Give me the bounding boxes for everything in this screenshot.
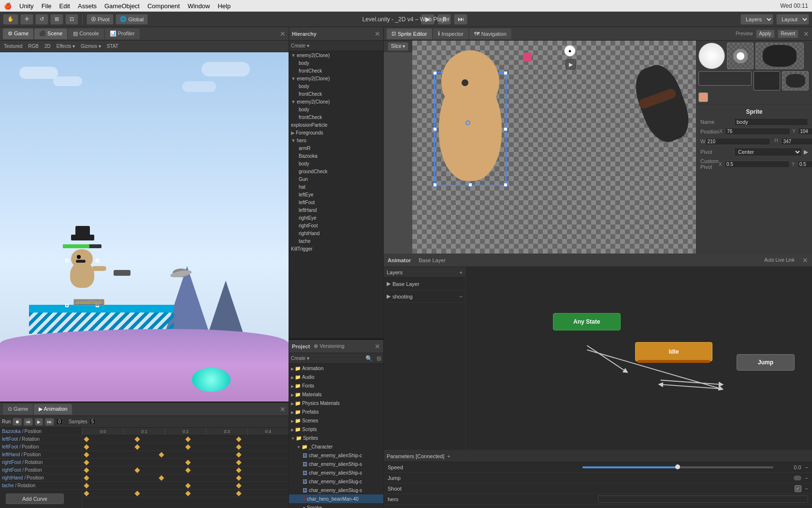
gizmos-btn[interactable]: Gizmos ▾ bbox=[79, 44, 103, 49]
layers-plus-btn[interactable]: + bbox=[460, 269, 463, 275]
sel-handle-mr[interactable] bbox=[504, 127, 508, 131]
hier-body-3[interactable]: body bbox=[289, 105, 383, 113]
param-jump-minus[interactable]: − bbox=[805, 475, 808, 481]
layer-base[interactable]: ▶ Base Layer bbox=[384, 278, 465, 290]
preview-arrow-btn[interactable]: ▶ bbox=[566, 59, 576, 70]
stat-btn[interactable]: STAT bbox=[105, 44, 120, 49]
project-close[interactable]: ✕ bbox=[375, 343, 380, 350]
cpivot-x-input[interactable] bbox=[725, 161, 790, 168]
track-rightfoot-rot[interactable]: rightFoot / Rotation bbox=[0, 459, 82, 466]
pivot-expand[interactable]: ▶ bbox=[804, 149, 808, 155]
menu-window[interactable]: Window bbox=[188, 2, 210, 10]
anim-play-btn[interactable]: ▶ bbox=[35, 418, 43, 426]
pos-y-input[interactable] bbox=[798, 128, 812, 135]
layout-dropdown[interactable]: Layout bbox=[776, 14, 809, 25]
proj-alienship1[interactable]: 🖼char_enemy_alienShip-c bbox=[289, 451, 383, 460]
param-shoot-minus[interactable]: − bbox=[805, 486, 808, 492]
sel-handle-bm[interactable] bbox=[468, 183, 472, 187]
layer-shooting-minus[interactable]: − bbox=[460, 294, 463, 299]
step-btn[interactable]: ⏭ bbox=[454, 14, 467, 25]
track-rightfoot-pos[interactable]: rightFoot / Position bbox=[0, 466, 82, 474]
rotate-tool[interactable]: ↺ bbox=[35, 14, 48, 25]
track-leftfoot-pos[interactable]: leftFoot / Position bbox=[0, 443, 82, 451]
proj-alienslug2[interactable]: 🖼char_enemy_alienSlug-s bbox=[289, 486, 383, 494]
anim-prev-btn[interactable]: ⏮ bbox=[24, 418, 33, 426]
hand-tool[interactable]: ✋ bbox=[3, 14, 18, 25]
tab-sprite-editor[interactable]: ⊡ Sprite Editor bbox=[387, 29, 432, 39]
hier-righteye[interactable]: rightEye bbox=[289, 214, 383, 222]
hier-enemy2-1[interactable]: ▼enemy2(Clone) bbox=[289, 51, 383, 59]
hier-frontcheck-2[interactable]: frontCheck bbox=[289, 90, 383, 98]
hierarchy-content[interactable]: ▼enemy2(Clone) body frontCheck ▼enemy2(C… bbox=[289, 51, 383, 339]
sel-handle-br[interactable] bbox=[504, 183, 508, 187]
params-plus-btn[interactable]: + bbox=[447, 453, 450, 459]
layers-dropdown[interactable]: Layers bbox=[740, 14, 773, 25]
sel-handle-ml[interactable] bbox=[433, 127, 437, 131]
menu-edit[interactable]: Edit bbox=[59, 2, 70, 10]
thumb-white-circle[interactable] bbox=[698, 43, 725, 69]
hier-armR[interactable]: armR bbox=[289, 144, 383, 152]
track-leftfoot-rot[interactable]: leftFoot / Rotation bbox=[0, 435, 82, 443]
proj-fonts[interactable]: 📁Fonts bbox=[289, 381, 383, 390]
width-input[interactable] bbox=[705, 138, 770, 145]
hier-enemy2-3[interactable]: ▼enemy2(Clone) bbox=[289, 98, 383, 105]
hier-body-2[interactable]: body bbox=[289, 82, 383, 90]
tab-profiler[interactable]: 📊 Profiler bbox=[105, 29, 140, 39]
rgb-btn[interactable]: RGB bbox=[26, 44, 41, 49]
speed-slider[interactable] bbox=[582, 466, 773, 468]
menu-gameobject[interactable]: GameObject bbox=[104, 2, 140, 10]
hierarchy-create-btn[interactable]: Create ▾ bbox=[291, 43, 309, 48]
hierarchy-close[interactable]: ✕ bbox=[375, 30, 380, 38]
slice-btn[interactable]: Slice ▾ bbox=[388, 42, 408, 51]
pause-btn[interactable]: ⏸ bbox=[437, 14, 451, 25]
menu-assets[interactable]: Assets bbox=[78, 2, 97, 10]
add-curve-btn[interactable]: Add Curve bbox=[6, 493, 64, 504]
hier-body-hero[interactable]: body bbox=[289, 160, 383, 167]
scale-tool[interactable]: ⊞ bbox=[50, 14, 63, 25]
animator-main[interactable]: Any State Idle Jump bbox=[466, 267, 812, 450]
project-versioning-tab[interactable]: ⊕ Versioning bbox=[314, 343, 344, 349]
track-righthand-pos[interactable]: rightHand / Position bbox=[0, 474, 82, 482]
hier-hero[interactable]: ▼hero bbox=[289, 136, 383, 144]
scene-canvas[interactable]: groundCheck bbox=[0, 52, 289, 402]
anim-record-btn[interactable]: ⏺ bbox=[13, 418, 22, 426]
thumb-eye[interactable] bbox=[727, 43, 754, 69]
cpivot-y-input[interactable] bbox=[798, 161, 812, 168]
param-jump-toggle[interactable] bbox=[794, 476, 801, 480]
tab-console[interactable]: ▤ Console bbox=[68, 29, 103, 39]
speed-slider-thumb[interactable] bbox=[675, 464, 680, 469]
animator-close[interactable]: ✕ bbox=[802, 256, 808, 264]
param-shoot-check[interactable]: ✓ bbox=[795, 485, 801, 492]
project-create-btn[interactable]: Create ▾ bbox=[291, 356, 309, 361]
proj-animation[interactable]: 📁Animation bbox=[289, 364, 383, 373]
hier-gun[interactable]: Gun bbox=[289, 175, 383, 183]
hier-leftfoot[interactable]: leftFoot bbox=[289, 198, 383, 206]
proj-smoke[interactable]: ●Smoke bbox=[289, 503, 383, 508]
2d-btn[interactable]: 2D bbox=[43, 44, 53, 49]
panel-close[interactable]: ✕ bbox=[280, 30, 286, 38]
hier-lefteye[interactable]: leftEye bbox=[289, 191, 383, 198]
menu-component[interactable]: Component bbox=[147, 2, 180, 10]
thumb-mustache[interactable] bbox=[698, 71, 752, 86]
menu-unity[interactable]: Unity bbox=[19, 2, 34, 10]
move-tool[interactable]: ✛ bbox=[20, 14, 33, 25]
proj-scripts[interactable]: 📁Scripts bbox=[289, 425, 383, 433]
proj-character[interactable]: 📁_Character bbox=[289, 442, 383, 451]
proj-alienslug1[interactable]: 🖼char_enemy_alienSlug-c bbox=[289, 477, 383, 486]
sel-handle-tl[interactable] bbox=[433, 71, 437, 75]
name-input[interactable] bbox=[734, 118, 808, 126]
right-panel-close[interactable]: ✕ bbox=[803, 30, 809, 38]
global-btn[interactable]: 🌐 Global bbox=[116, 14, 148, 25]
play-btn[interactable]: ▶ bbox=[421, 14, 435, 25]
proj-alienship2[interactable]: 🖼char_enemy_alienShip-s bbox=[289, 460, 383, 468]
proj-audio[interactable]: 📁Audio bbox=[289, 373, 383, 381]
tab-inspector[interactable]: ℹ Inspector bbox=[433, 29, 468, 39]
proj-scenes[interactable]: 📁Scenes bbox=[289, 416, 383, 425]
track-lefthand-pos[interactable]: leftHand / Position bbox=[0, 451, 82, 459]
hier-body-1[interactable]: body bbox=[289, 59, 383, 67]
proj-materials[interactable]: 📁Materials bbox=[289, 390, 383, 399]
height-input[interactable] bbox=[781, 138, 812, 145]
preview-white-btn[interactable]: ● bbox=[564, 45, 576, 57]
hier-tache[interactable]: tache bbox=[289, 237, 383, 245]
tab-scene[interactable]: ⬛ Scene bbox=[34, 29, 67, 39]
